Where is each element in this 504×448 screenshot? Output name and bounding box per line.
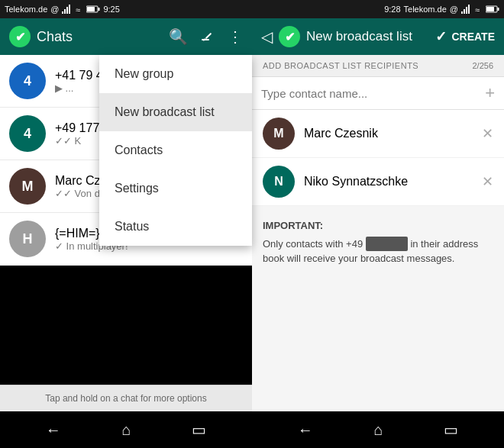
svg-rect-10	[466, 7, 467, 14]
svg-rect-3	[69, 5, 70, 14]
menu-item-new-broadcast[interactable]: New broadcast list	[99, 93, 252, 131]
add-icon[interactable]: +	[485, 83, 495, 103]
svg-text:≈: ≈	[76, 5, 80, 14]
redacted-number	[366, 237, 408, 252]
avatar: 4	[9, 115, 46, 152]
contact-search-input[interactable]	[261, 87, 485, 100]
bottom-hint: Tap and hold on a chat for more options	[0, 385, 252, 411]
recipients-header: ADD BROADCAST LIST RECIPIENTS 2/256	[252, 55, 504, 77]
search-icon[interactable]: 🔍	[169, 27, 188, 46]
battery-icon-left	[86, 5, 100, 13]
carrier-left: Telekom.de	[5, 5, 47, 14]
svg-text:≈: ≈	[475, 5, 480, 14]
signal-icon-right	[461, 5, 472, 14]
signal-icon-left	[62, 5, 73, 14]
create-button[interactable]: ✓ CREATE	[435, 28, 495, 45]
recipients-label: ADD BROADCAST LIST RECIPIENTS	[263, 61, 418, 70]
wifi-icon-right: ≈	[475, 5, 483, 14]
check-icon: ✓	[435, 28, 447, 45]
media-area	[0, 266, 252, 385]
time-right: 9:28	[384, 5, 400, 14]
chats-app-bar: ✔ Chats 🔍 ⋮	[0, 18, 252, 55]
nav-back-right[interactable]: ←	[298, 421, 313, 439]
status-bar-left: Telekom.de @ ≈ 9:25	[0, 0, 252, 18]
svg-rect-15	[486, 7, 494, 11]
svg-rect-14	[498, 8, 499, 11]
menu-item-contacts[interactable]: Contacts	[99, 131, 252, 169]
left-panel: ✔ Chats 🔍 ⋮ New group New broadcast list…	[0, 18, 252, 411]
nav-home-left[interactable]: ⌂	[121, 421, 131, 439]
svg-rect-7	[87, 7, 95, 11]
avatar: H	[9, 221, 46, 257]
avatar: M	[9, 168, 46, 205]
chats-title: Chats	[37, 29, 163, 45]
edit-icon[interactable]	[200, 29, 215, 44]
svg-rect-8	[461, 11, 463, 14]
broadcast-body: ADD BROADCAST LIST RECIPIENTS 2/256 + M …	[252, 55, 504, 411]
menu-item-new-group[interactable]: New group	[99, 55, 252, 93]
recipient-name: Niko Synnatzschke	[304, 175, 473, 189]
status-bar-right: 9:28 Telekom.de @ ≈	[252, 0, 504, 18]
recipient-item: N Niko Synnatzschke ✕	[252, 158, 504, 206]
carrier-right: Telekom.de	[404, 5, 447, 14]
svg-rect-2	[66, 7, 68, 14]
svg-rect-1	[64, 9, 66, 14]
nav-recents-right[interactable]: ▭	[444, 421, 458, 439]
nav-home-right[interactable]: ⌂	[373, 421, 383, 439]
back-button[interactable]: ◁	[261, 27, 273, 46]
whatsapp-logo-symbol: ✔	[15, 30, 25, 44]
chats-app-bar-icons: 🔍 ⋮	[169, 27, 243, 46]
svg-rect-0	[62, 11, 63, 14]
svg-rect-17	[205, 33, 212, 39]
menu-item-status[interactable]: Status	[99, 208, 252, 246]
broadcast-title: New broadcast list	[306, 29, 429, 44]
whatsapp-logo-symbol-right: ✔	[285, 30, 295, 44]
recipient-name: Marc Czesnik	[304, 127, 473, 140]
whatsapp-logo-right: ✔	[279, 26, 300, 47]
avatar: 4	[9, 63, 46, 99]
menu-item-settings[interactable]: Settings	[99, 169, 252, 208]
sim-icon-right: @	[450, 5, 458, 14]
main-area: ✔ Chats 🔍 ⋮ New group New broadcast list…	[0, 18, 504, 411]
remove-recipient-button[interactable]: ✕	[482, 125, 493, 142]
battery-icon-right	[486, 5, 499, 13]
notice-line1: Only contacts with +49	[263, 238, 363, 250]
nav-bar: ← ⌂ ▭ ← ⌂ ▭	[0, 411, 504, 448]
broadcast-app-bar: ◁ ✔ New broadcast list ✓ CREATE	[252, 18, 504, 55]
search-row: +	[252, 77, 504, 110]
svg-rect-11	[468, 5, 470, 14]
svg-rect-9	[464, 9, 465, 14]
nav-left: ← ⌂ ▭	[0, 411, 252, 448]
right-panel: ◁ ✔ New broadcast list ✓ CREATE ADD BROA…	[252, 18, 504, 411]
nav-back-left[interactable]: ←	[46, 421, 61, 439]
sim-icon-left: @	[50, 5, 59, 14]
dropdown-menu: New group New broadcast list Contacts Se…	[99, 55, 252, 246]
recipient-avatar: N	[263, 166, 295, 198]
nav-right: ← ⌂ ▭	[252, 411, 504, 448]
important-notice: IMPORTANT: Only contacts with +49 in the…	[252, 206, 504, 279]
more-icon[interactable]: ⋮	[228, 27, 243, 46]
whatsapp-logo: ✔	[9, 26, 31, 47]
create-label: CREATE	[451, 31, 495, 43]
recipients-count: 2/256	[472, 61, 493, 70]
recipient-item: M Marc Czesnik ✕	[252, 110, 504, 158]
status-bars: Telekom.de @ ≈ 9:25 9:28 Telekom.de @	[0, 0, 504, 18]
wifi-icon-left: ≈	[76, 5, 83, 14]
svg-rect-6	[99, 8, 100, 11]
time-left: 9:25	[103, 5, 119, 14]
notice-title: IMPORTANT:	[263, 218, 493, 234]
recipient-avatar: M	[263, 118, 295, 150]
remove-recipient-button[interactable]: ✕	[482, 173, 493, 190]
nav-recents-left[interactable]: ▭	[192, 421, 206, 439]
